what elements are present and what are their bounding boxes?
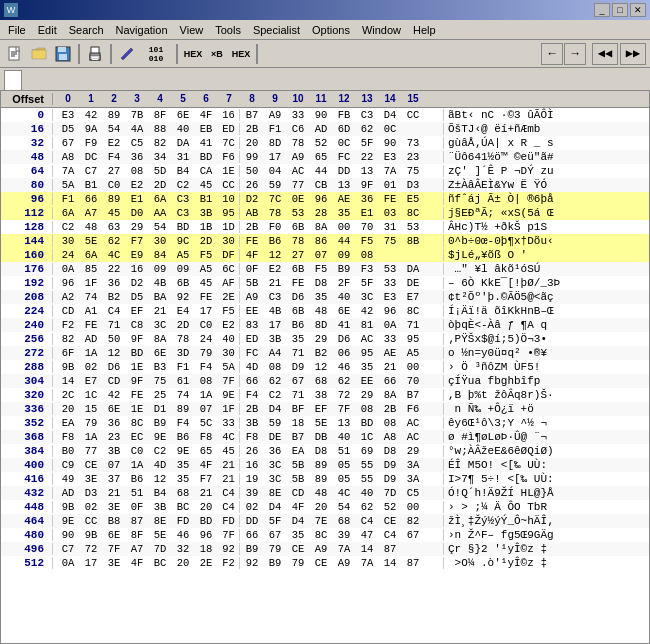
hex-byte[interactable]: C2 bbox=[172, 179, 194, 191]
hex-byte[interactable]: 2D bbox=[195, 235, 217, 247]
hex-byte[interactable]: B8 bbox=[103, 515, 125, 527]
menu-view[interactable]: View bbox=[174, 22, 210, 38]
hex-byte[interactable]: 1A bbox=[126, 459, 148, 471]
hex-byte[interactable]: C5 bbox=[402, 487, 424, 499]
hex-row[interactable]: 384B0773BC0C29E65452636EAD85169D829°w;ÀÂ… bbox=[1, 444, 649, 458]
hex-byte[interactable]: F7 bbox=[195, 473, 217, 485]
hex-byte[interactable]: 66 bbox=[80, 193, 102, 205]
hex-byte[interactable]: AB bbox=[241, 207, 263, 219]
hex-byte[interactable]: 34 bbox=[149, 151, 171, 163]
hex-byte[interactable]: 49 bbox=[57, 473, 79, 485]
hex-byte[interactable]: E2 bbox=[264, 263, 286, 275]
hex-byte[interactable]: DE bbox=[264, 431, 286, 443]
hex-byte[interactable]: DA bbox=[172, 137, 194, 149]
hex-row[interactable]: 128C248632954BD1B1D2BF06B8A00703153ÂHc)T… bbox=[1, 220, 649, 234]
hex-byte[interactable]: 5E bbox=[80, 235, 102, 247]
hex-byte[interactable]: EA bbox=[57, 417, 79, 429]
hex-byte[interactable]: 6A bbox=[149, 193, 171, 205]
hex-byte[interactable]: A5 bbox=[195, 263, 217, 275]
hex-byte[interactable]: 40 bbox=[333, 291, 355, 303]
hex-byte[interactable]: 92 bbox=[241, 557, 263, 569]
hex-byte[interactable]: F1 bbox=[57, 193, 79, 205]
hex-byte[interactable]: 0A bbox=[379, 319, 401, 331]
hex-byte[interactable]: 2D bbox=[149, 179, 171, 191]
hex-byte[interactable]: CC bbox=[402, 109, 424, 121]
hex-byte[interactable]: 7A bbox=[57, 165, 79, 177]
hex-byte[interactable]: 66 bbox=[379, 375, 401, 387]
window-controls[interactable]: _ □ ✕ bbox=[594, 3, 646, 17]
hex-byte[interactable]: 06 bbox=[333, 347, 355, 359]
hex-byte[interactable]: C4 bbox=[356, 515, 378, 527]
hex-mode2-button[interactable]: HEX bbox=[230, 43, 252, 65]
close-button[interactable]: ✕ bbox=[630, 3, 646, 17]
hex-byte[interactable]: C8 bbox=[126, 319, 148, 331]
hex-byte[interactable]: 5A bbox=[218, 361, 240, 373]
hex-byte[interactable]: DC bbox=[80, 151, 102, 163]
hex-byte[interactable]: 6A bbox=[57, 207, 79, 219]
hex-byte[interactable]: 50 bbox=[103, 333, 125, 345]
hex-row[interactable]: 3202C1C42FE25741A9EF4C2713872298AB7,B þ%… bbox=[1, 388, 649, 402]
hex-row[interactable]: 368F81A23EC9EB6F84CF8DEB7DB401CA8ACø #ì¶… bbox=[1, 430, 649, 444]
hex-byte[interactable]: 8E bbox=[149, 515, 171, 527]
hex-byte[interactable]: 1C bbox=[356, 431, 378, 443]
hex-byte[interactable]: 65 bbox=[195, 445, 217, 457]
hex-byte[interactable]: A9 bbox=[241, 291, 263, 303]
hex-byte[interactable]: E2 bbox=[103, 137, 125, 149]
menu-help[interactable]: Help bbox=[407, 22, 442, 38]
hex-byte[interactable]: 45 bbox=[195, 179, 217, 191]
hex-mode-button[interactable]: HEX bbox=[182, 43, 204, 65]
hex-byte[interactable]: 9C bbox=[172, 235, 194, 247]
hex-byte[interactable]: 5E bbox=[149, 529, 171, 541]
hex-byte[interactable]: 72 bbox=[80, 543, 102, 555]
hex-byte[interactable]: 37 bbox=[103, 473, 125, 485]
hex-byte[interactable]: F7 bbox=[126, 235, 148, 247]
hex-byte[interactable]: BD bbox=[126, 347, 148, 359]
hex-byte[interactable]: 27 bbox=[103, 165, 125, 177]
hex-byte[interactable]: 42 bbox=[80, 109, 102, 121]
hex-byte[interactable]: AC bbox=[287, 165, 309, 177]
hex-byte[interactable]: 87 bbox=[402, 557, 424, 569]
hex-byte[interactable]: 0E bbox=[287, 193, 309, 205]
hex-byte[interactable]: D9 bbox=[287, 361, 309, 373]
hex-byte[interactable]: 45 bbox=[195, 277, 217, 289]
hex-byte[interactable]: 8D bbox=[310, 319, 332, 331]
hex-byte[interactable]: D4 bbox=[264, 403, 286, 415]
maximize-button[interactable]: □ bbox=[612, 3, 628, 17]
hex-byte[interactable]: A9 bbox=[264, 109, 286, 121]
hex-byte[interactable]: 63 bbox=[103, 221, 125, 233]
hex-byte[interactable]: D9 bbox=[379, 473, 401, 485]
hex-row[interactable]: 208A274B2D5BA92FE2EA9C3D635403CE3E7¢t²Õº… bbox=[1, 290, 649, 304]
hex-byte[interactable]: B7 bbox=[241, 109, 263, 121]
hex-byte[interactable]: E2 bbox=[218, 319, 240, 331]
minimize-button[interactable]: _ bbox=[594, 3, 610, 17]
hex-byte[interactable]: 89 bbox=[172, 403, 194, 415]
hex-byte[interactable]: CC bbox=[80, 515, 102, 527]
hex-byte[interactable]: B9 bbox=[149, 417, 171, 429]
hex-row[interactable]: 0E342897B8F6E4F16B7A93390FBC3D4CCãBt‹ nC… bbox=[1, 108, 649, 122]
hex-row[interactable]: 96F16689E16AC3B110D27C0E96AE36FEE5ñfˆáj … bbox=[1, 192, 649, 206]
hex-byte[interactable]: 16 bbox=[218, 109, 240, 121]
hex-byte[interactable]: 27 bbox=[287, 249, 309, 261]
hex-byte[interactable]: CD bbox=[287, 487, 309, 499]
hex-byte[interactable]: 1A bbox=[80, 431, 102, 443]
hex-byte[interactable]: AC bbox=[402, 417, 424, 429]
hex-byte[interactable]: 08 bbox=[356, 403, 378, 415]
hex-byte[interactable]: 3C bbox=[149, 319, 171, 331]
hex-byte[interactable]: 21 bbox=[195, 487, 217, 499]
hex-byte[interactable]: 33 bbox=[379, 277, 401, 289]
hex-byte[interactable]: 46 bbox=[333, 361, 355, 373]
hex-byte[interactable]: F4 bbox=[103, 151, 125, 163]
hex-byte[interactable]: A9 bbox=[287, 151, 309, 163]
hex-byte[interactable]: 47 bbox=[356, 529, 378, 541]
hex-row[interactable]: 48A8DCF4363431BDF69917A965FC22E323¨Üô641… bbox=[1, 150, 649, 164]
hex-row[interactable]: 5120A173E4FBC202EF292B979CEA97A1487 >O¼ … bbox=[1, 556, 649, 570]
hex-byte[interactable]: 53 bbox=[379, 263, 401, 275]
hex-byte[interactable]: 28 bbox=[310, 207, 332, 219]
hex-byte[interactable]: E5 bbox=[402, 193, 424, 205]
hex-byte[interactable]: 33 bbox=[218, 417, 240, 429]
hex-byte[interactable]: 71 bbox=[103, 319, 125, 331]
hex-byte[interactable]: 5E bbox=[310, 417, 332, 429]
hex-byte[interactable]: 8F bbox=[149, 109, 171, 121]
hex-byte[interactable]: 4F bbox=[195, 459, 217, 471]
hex-byte[interactable]: 9E bbox=[57, 515, 79, 527]
